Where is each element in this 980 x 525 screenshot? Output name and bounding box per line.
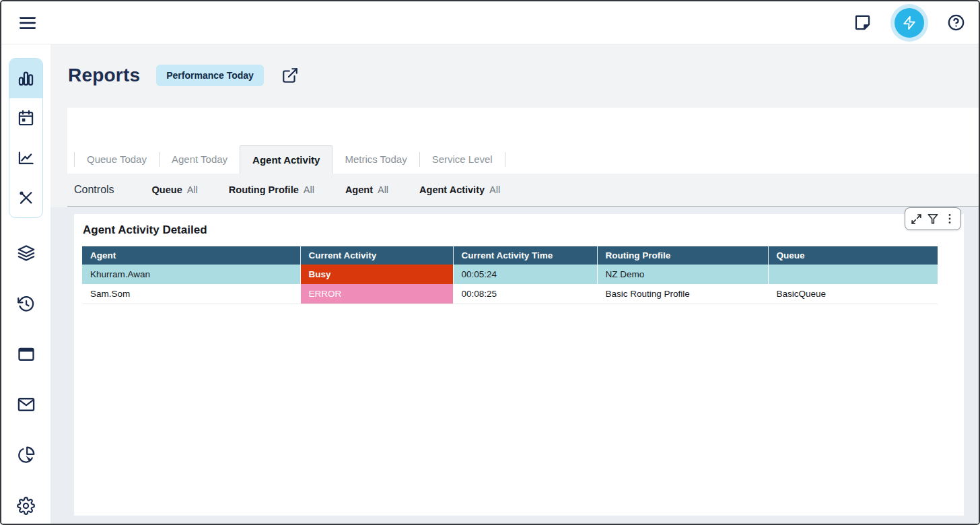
filter-button[interactable] [926, 212, 940, 225]
pie-chart-icon [17, 446, 35, 464]
report-workspace: Agent Activity Detailed Agent Current Ac… [50, 207, 979, 524]
hamburger-icon [18, 13, 38, 33]
filter-funnel-icon [926, 212, 940, 225]
controls-bar: Controls Queue All Routing Profile All A… [67, 174, 979, 207]
report-tabs: Queue Today Agent Today Agent Activity M… [67, 145, 979, 174]
column-header-routing-profile[interactable]: Routing Profile [597, 246, 768, 265]
cell-queue [768, 265, 938, 284]
filter-label: Queue [152, 184, 182, 195]
browser-window-icon [17, 345, 36, 363]
sidebar-item-analytics[interactable] [1, 445, 50, 465]
tab-agent-today[interactable]: Agent Today [160, 145, 240, 174]
sidebar-item-design[interactable] [9, 178, 42, 217]
cell-current-activity-time: 00:08:25 [453, 284, 597, 304]
open-external-button[interactable] [280, 65, 300, 85]
filter-agent-activity[interactable]: Agent Activity All [419, 184, 500, 195]
agent-activity-table: Agent Current Activity Current Activity … [82, 246, 938, 304]
column-header-current-activity[interactable]: Current Activity [300, 246, 453, 265]
help-button[interactable] [946, 12, 967, 33]
design-brush-icon [17, 188, 35, 207]
filter-label: Agent [345, 184, 373, 195]
card-toolbar [905, 207, 961, 230]
cell-agent: Khurram.Awan [82, 265, 300, 284]
sidebar-item-settings[interactable] [1, 495, 50, 516]
tab-divider [505, 152, 505, 167]
hamburger-menu-button[interactable] [16, 11, 39, 34]
tab-agent-activity[interactable]: Agent Activity [240, 145, 332, 174]
sidebar-item-reports[interactable] [9, 59, 42, 98]
cell-agent: Sam.Som [82, 284, 300, 304]
cell-current-activity: ERROR [300, 284, 453, 304]
sidebar-item-history[interactable] [1, 293, 50, 314]
filter-queue[interactable]: Queue All [152, 184, 198, 195]
topbar-actions [852, 4, 967, 42]
notes-button[interactable] [852, 12, 873, 33]
app-window: Reports Performance Today Queue Today Ag… [0, 0, 980, 525]
column-header-queue[interactable]: Queue [768, 246, 938, 265]
card-title: Agent Activity Detailed [82, 223, 956, 237]
page-header: Reports Performance Today [68, 65, 300, 86]
filter-value: All [378, 184, 388, 195]
table-header-row: Agent Current Activity Current Activity … [82, 246, 938, 265]
more-options-button[interactable] [944, 213, 956, 225]
performance-today-badge[interactable]: Performance Today [156, 65, 264, 86]
agent-activity-card: Agent Activity Detailed Agent Current Ac… [74, 214, 964, 516]
settings-gear-icon [17, 497, 35, 515]
sidebar [1, 44, 50, 524]
filter-value: All [187, 184, 198, 195]
cell-current-activity-time: 00:05:24 [453, 265, 597, 284]
top-bar [1, 1, 979, 44]
controls-label: Controls [74, 184, 114, 196]
filter-routing-profile[interactable]: Routing Profile All [229, 184, 314, 195]
tab-service-level[interactable]: Service Level [420, 145, 505, 174]
table-row[interactable]: Sam.Som ERROR 00:08:25 Basic Routing Pro… [82, 284, 938, 304]
bar-chart-icon [17, 69, 35, 88]
line-chart-icon [17, 149, 35, 167]
help-icon [947, 13, 965, 32]
cell-routing-profile: NZ Demo [597, 265, 768, 284]
filter-value: All [304, 184, 314, 195]
calendar-icon [17, 109, 35, 127]
external-link-icon [281, 67, 299, 84]
sidebar-report-group [9, 58, 43, 218]
sidebar-item-browser[interactable] [1, 344, 50, 364]
main-content: Reports Performance Today Queue Today Ag… [50, 44, 979, 524]
cell-queue: BasicQueue [768, 284, 938, 304]
table-row[interactable]: Khurram.Awan Busy 00:05:24 NZ Demo [82, 265, 938, 284]
lightning-icon [895, 8, 924, 38]
sidebar-item-mail[interactable] [1, 394, 50, 415]
filter-label: Agent Activity [419, 184, 485, 195]
expand-button[interactable] [910, 213, 923, 225]
sidebar-item-trends[interactable] [9, 138, 42, 178]
history-icon [17, 295, 35, 313]
mail-icon [17, 395, 36, 414]
expand-icon [910, 213, 923, 225]
filter-label: Routing Profile [229, 184, 299, 195]
layers-icon [17, 244, 36, 262]
filter-value: All [489, 184, 500, 195]
column-header-agent[interactable]: Agent [82, 246, 300, 265]
cell-current-activity: Busy [300, 265, 453, 284]
filter-agent[interactable]: Agent All [345, 184, 388, 195]
note-icon [853, 13, 872, 32]
page-title: Reports [68, 65, 140, 86]
kebab-menu-icon [944, 213, 956, 225]
cell-routing-profile: Basic Routing Profile [597, 284, 768, 304]
tab-queue-today[interactable]: Queue Today [75, 145, 159, 174]
tab-metrics-today[interactable]: Metrics Today [332, 145, 419, 174]
assistant-button[interactable] [890, 4, 928, 42]
column-header-current-activity-time[interactable]: Current Activity Time [453, 246, 597, 265]
sidebar-item-layers[interactable] [1, 243, 50, 263]
sidebar-item-schedule[interactable] [9, 98, 42, 138]
